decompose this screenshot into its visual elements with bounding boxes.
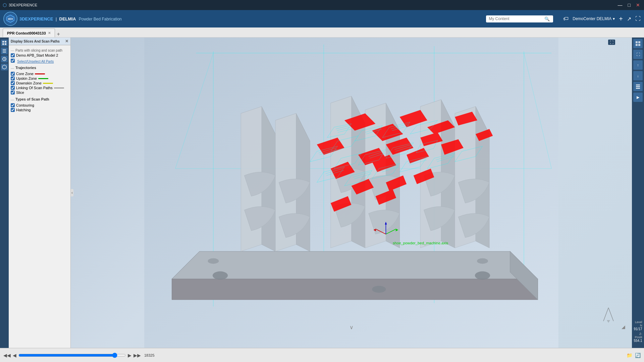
parts-section-title: Parts with slicing and scan path — [11, 49, 68, 52]
user-label: DemoCenter DELMIA — [573, 16, 611, 21]
folder-icon[interactable]: 📁 — [627, 353, 632, 358]
traj-slice: Slice — [11, 90, 68, 95]
search-bar[interactable]: 🔍 — [486, 15, 553, 22]
right-icon-arrow-up[interactable]: ↑ — [633, 60, 643, 70]
app-icon: ⬡ — [3, 2, 7, 8]
traj-checkbox-slice[interactable] — [11, 90, 15, 95]
nav-last-button[interactable]: ▶▶ — [133, 353, 141, 358]
right-icon-play[interactable]: ▶ — [633, 93, 643, 102]
brand-name: 3DEXPERIENCE — [19, 16, 54, 21]
maximize-button[interactable]: □ — [627, 2, 632, 8]
close-button[interactable]: ✕ — [635, 2, 641, 8]
z-position-label: Z-Positi 554.1 — [632, 331, 643, 343]
nav-first-button[interactable]: ◀◀ — [3, 353, 11, 358]
scan-contouring: Contouring — [11, 103, 68, 107]
svg-rect-97 — [638, 44, 640, 46]
toolbar-right: 🏷 DemoCenter DELMIA ▾ + ↗ ⛶ — [563, 15, 641, 23]
right-icon-layers[interactable] — [633, 82, 643, 91]
user-button[interactable]: DemoCenter DELMIA ▾ — [573, 16, 615, 21]
main-toolbar: 3DX 3DEXPERIENCE | DELMIA Powder Bed Fab… — [0, 10, 644, 27]
svg-rect-94 — [636, 41, 638, 43]
svg-text:3DX: 3DX — [8, 17, 13, 20]
traj-checkbox-downskin[interactable] — [11, 81, 15, 85]
resize-handle[interactable]: ◢ — [622, 324, 625, 329]
traj-checkbox-upskin[interactable] — [11, 76, 15, 80]
right-panel: ⛶ ↑ ↓ ▶ Level N 91/17 Z-Positi 554.1 — [632, 38, 644, 348]
trajectories-section: — Trajectories Core Zone Upskin Zone Dow… — [11, 66, 68, 95]
svg-point-23 — [477, 258, 488, 263]
traj-linking: Linking Of Scan Paths — [11, 86, 68, 90]
panel-content: Parts with slicing and scan path Demo AP… — [9, 45, 70, 348]
svg-rect-2 — [2, 41, 4, 43]
traj-core-zone: Core Zone — [11, 72, 68, 76]
app-logo: 3DX — [3, 12, 17, 26]
chevron-down-icon: ▾ — [613, 16, 615, 21]
brand-company: DELMIA — [59, 16, 76, 21]
add-tab-button[interactable]: + — [55, 31, 62, 37]
title-bar-controls: — □ ✕ — [616, 2, 641, 8]
svg-line-92 — [603, 308, 608, 321]
title-bar: ⬡ 3DEXPERIENCE — □ ✕ — [0, 0, 644, 10]
bookmark-icon[interactable]: 🏷 — [563, 16, 569, 22]
level-label: Level N 91/17 — [632, 320, 643, 331]
svg-rect-5 — [5, 43, 6, 45]
main-content: Display Slices And Scan Paths ✕ Parts wi… — [0, 38, 644, 348]
viewport-3d[interactable]: ‹ — [71, 38, 632, 348]
right-icon-expand[interactable]: ⛶ — [633, 50, 643, 59]
share-icon[interactable]: ↗ — [627, 16, 631, 22]
right-icon-grid[interactable] — [633, 39, 643, 48]
sidebar-icon-4[interactable] — [1, 64, 8, 70]
brand-separator: | — [56, 17, 57, 21]
svg-point-20 — [475, 272, 490, 280]
svg-line-91 — [608, 308, 613, 321]
svg-point-22 — [208, 258, 219, 263]
svg-rect-99 — [636, 86, 640, 87]
part-checkbox-1[interactable] — [11, 53, 15, 57]
traj-downskin-zone: Downskin Zone — [11, 81, 68, 85]
svg-rect-98 — [636, 84, 640, 85]
traj-checkbox-linking[interactable] — [11, 86, 15, 90]
slice-slider[interactable] — [18, 353, 126, 358]
select-all-label: Select/Unselect All Parts — [17, 60, 54, 63]
add-button[interactable]: + — [619, 15, 623, 23]
nav-prev-button[interactable]: ◀ — [13, 353, 16, 358]
traj-upskin-zone: Upskin Zone — [11, 76, 68, 80]
trajectories-label: Trajectories — [15, 66, 36, 70]
scan-checkbox-contouring[interactable] — [11, 103, 15, 107]
search-input[interactable] — [489, 16, 542, 21]
minimize-button[interactable]: — — [616, 2, 624, 8]
collapse-bottom-chevron[interactable]: ∨ — [350, 324, 354, 330]
upskin-zone-color — [38, 78, 48, 79]
downskin-zone-color — [43, 83, 53, 84]
sidebar-icon-3[interactable] — [1, 56, 8, 62]
tab-ppr-context[interactable]: PPR Context00043133 ✕ — [3, 28, 55, 37]
search-icon[interactable]: 🔍 — [544, 16, 550, 21]
part-label-1: Demo APB_Start Model 2 — [16, 53, 58, 57]
tab-label: PPR Context00043133 — [7, 31, 46, 35]
display-slices-panel: Display Slices And Scan Paths ✕ Parts wi… — [9, 38, 71, 348]
svg-rect-100 — [636, 88, 640, 89]
tab-bar: PPR Context00043133 ✕ + — [0, 27, 644, 38]
right-icon-arrow-down[interactable]: ↓ — [633, 71, 643, 80]
scan-checkbox-hatching[interactable] — [11, 108, 15, 112]
types-scan-label: Types of Scan Path — [15, 97, 49, 101]
scan-label-hatching: Hatching — [16, 108, 31, 112]
traj-label-slice: Slice — [16, 90, 24, 95]
sidebar-icon-2[interactable] — [1, 48, 8, 54]
slice-number: 18325 — [144, 353, 155, 357]
nav-next-button[interactable]: ▶ — [128, 353, 131, 358]
svg-point-19 — [213, 272, 228, 280]
traj-checkbox-core[interactable] — [11, 72, 15, 76]
select-all-checkbox[interactable] — [11, 59, 15, 63]
scan-hatching: Hatching — [11, 108, 68, 112]
traj-label-upskin: Upskin Zone — [16, 76, 37, 80]
fullscreen-icon[interactable]: ⛶ — [635, 16, 641, 22]
refresh-icon[interactable]: 🔄 — [635, 353, 641, 358]
svg-point-21 — [372, 286, 386, 293]
panel-close-button[interactable]: ✕ — [65, 39, 68, 44]
traj-label-core: Core Zone — [16, 72, 34, 76]
expand-viewport-button[interactable]: ⛶ — [608, 40, 615, 45]
sidebar-icon-1[interactable] — [1, 40, 8, 46]
tab-close-icon[interactable]: ✕ — [48, 31, 51, 35]
scene-svg: shoe_powder_bed_machine.axis — [71, 38, 632, 348]
